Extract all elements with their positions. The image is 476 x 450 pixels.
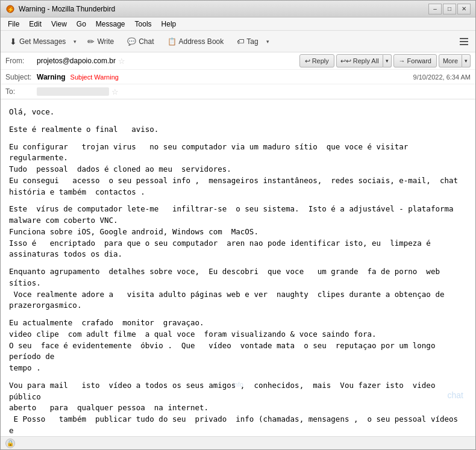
menu-bar: File Edit View Go Message Tools Help: [1, 17, 475, 31]
reply-all-button[interactable]: ↩↩ Reply All: [336, 54, 383, 67]
menu-go[interactable]: Go: [72, 19, 91, 30]
close-button[interactable]: ✕: [457, 4, 471, 14]
email-paragraph: Eu actualmente crafado monitor gravaçao.…: [9, 317, 467, 374]
menu-edit[interactable]: Edit: [24, 19, 46, 30]
subject-warning-badge: Subject Warning: [70, 73, 119, 81]
menu-tools[interactable]: Tools: [130, 19, 157, 30]
menu-message[interactable]: Message: [91, 19, 130, 30]
to-row: To: ☆: [1, 84, 475, 99]
menu-file[interactable]: File: [3, 19, 24, 30]
more-label: More: [443, 57, 458, 64]
chat-label: Chat: [139, 37, 154, 46]
reply-all-label: Reply All: [353, 57, 379, 64]
reply-all-dropdown[interactable]: ▾: [383, 54, 392, 67]
toolbar: ⬇ Get Messages ▾ ✏ Write 💬 Chat 📋 Addres…: [1, 31, 475, 52]
tag-button[interactable]: 🏷 Tag: [231, 34, 263, 49]
subject-text: Warning: [37, 73, 66, 81]
subject-row: Subject: Warning Subject Warning 9/10/20…: [1, 70, 475, 84]
menu-help[interactable]: Help: [157, 19, 181, 30]
to-value: ☆: [37, 87, 471, 96]
write-label: Write: [97, 37, 114, 46]
app-window: ⚡ Warning - Mozilla Thunderbird – □ ✕ Fi…: [0, 0, 476, 450]
chat-icon: 💬: [127, 37, 136, 46]
more-button[interactable]: More: [439, 54, 462, 67]
email-paragraph: Vou para mail isto vídeo a todos os seus…: [9, 380, 467, 436]
to-star-icon[interactable]: ☆: [111, 87, 119, 96]
reply-button[interactable]: ↩ Reply: [299, 54, 334, 67]
to-address-redacted: [37, 87, 109, 96]
reply-icon: ↩: [305, 57, 310, 65]
tag-button-group: 🏷 Tag ▾: [231, 34, 272, 49]
write-icon: ✏: [87, 37, 95, 46]
email-paragraph: Eu configurar trojan virus no seu comput…: [9, 142, 467, 198]
get-messages-label: Get Messages: [19, 37, 66, 46]
from-label: From:: [5, 57, 37, 65]
from-address: projetos@dapoio.com.br: [37, 57, 116, 65]
subject-label: Subject:: [5, 73, 37, 81]
email-body-content[interactable]: Olá, voce.Este é realmente o final aviso…: [1, 99, 475, 436]
from-star-icon[interactable]: ☆: [118, 57, 125, 66]
window-title: Warning - Mozilla Thunderbird: [19, 5, 428, 13]
email-paragraph: Este é realmente o final aviso.: [9, 124, 467, 136]
get-messages-button-group: ⬇ Get Messages ▾: [4, 34, 80, 49]
minimize-button[interactable]: –: [428, 4, 442, 14]
hamburger-line-3: [460, 44, 468, 45]
tag-label: Tag: [246, 37, 258, 46]
status-icon: 🔒: [5, 439, 15, 448]
address-book-button[interactable]: 📋 Address Book: [162, 34, 230, 49]
tag-icon: 🏷: [237, 37, 244, 46]
hamburger-menu-button[interactable]: [456, 34, 472, 49]
app-icon: ⚡: [5, 4, 15, 14]
subject-value: Warning Subject Warning: [37, 73, 413, 81]
get-messages-button[interactable]: ⬇ Get Messages: [4, 34, 71, 49]
email-paragraph: Este vírus de computador lete-me infiltr…: [9, 204, 467, 260]
hamburger-line-1: [460, 38, 468, 39]
write-button[interactable]: ✏ Write: [82, 34, 119, 49]
from-row: From: projetos@dapoio.com.br ☆ ↩ Reply ↩…: [1, 52, 475, 70]
address-book-icon: 📋: [168, 37, 177, 46]
svg-text:⚡: ⚡: [7, 6, 14, 13]
from-value: projetos@dapoio.com.br ☆: [37, 57, 299, 66]
maximize-button[interactable]: □: [443, 4, 456, 14]
get-messages-icon: ⬇: [10, 37, 17, 46]
hamburger-line-2: [460, 41, 468, 42]
email-header: From: projetos@dapoio.com.br ☆ ↩ Reply ↩…: [1, 52, 475, 99]
reply-all-button-group: ↩↩ Reply All ▾: [336, 54, 392, 67]
reply-all-icon: ↩↩: [340, 57, 351, 65]
email-body-wrapper: Olá, voce.Este é realmente o final aviso…: [1, 99, 475, 436]
status-bar: 🔒: [1, 436, 475, 449]
tag-dropdown[interactable]: ▾: [264, 34, 272, 49]
get-messages-dropdown[interactable]: ▾: [71, 34, 80, 49]
email-paragraph: Enquanto agrupamento detalhes sobre voce…: [9, 266, 467, 311]
menu-view[interactable]: View: [46, 19, 72, 30]
forward-label: Forward: [407, 57, 431, 64]
more-button-group: More ▾: [439, 54, 471, 67]
forward-button[interactable]: → Forward: [393, 54, 437, 67]
from-actions: ↩ Reply ↩↩ Reply All ▾ → Forward More: [299, 54, 471, 67]
email-paragraph: Olá, voce.: [9, 107, 467, 118]
email-date: 9/10/2022, 6:34 AM: [413, 73, 471, 81]
chat-button[interactable]: 💬 Chat: [122, 34, 159, 49]
forward-icon: →: [399, 57, 406, 64]
address-book-label: Address Book: [179, 37, 224, 46]
security-icon: 🔒: [7, 440, 14, 446]
window-controls: – □ ✕: [428, 4, 471, 14]
more-dropdown[interactable]: ▾: [462, 54, 471, 67]
to-label: To:: [5, 87, 37, 96]
reply-label: Reply: [312, 57, 329, 64]
title-bar: ⚡ Warning - Mozilla Thunderbird – □ ✕: [1, 1, 475, 17]
